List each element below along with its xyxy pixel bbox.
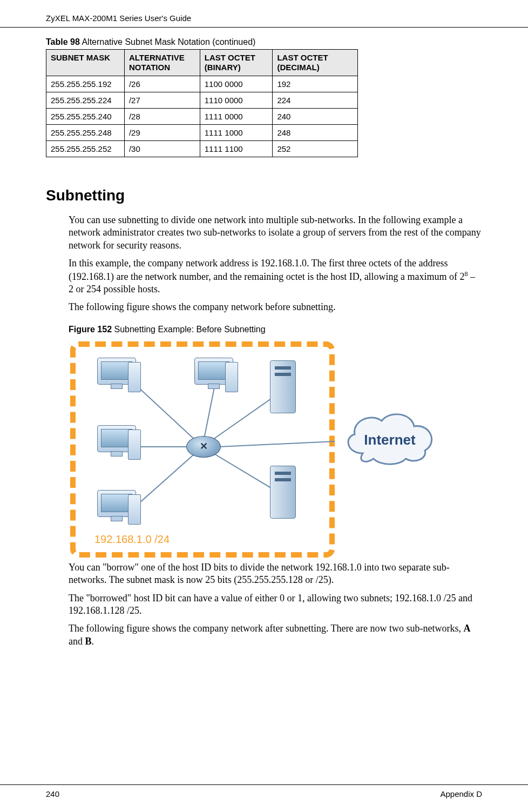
cell: 1100 0000 bbox=[200, 76, 273, 92]
server-icon bbox=[270, 360, 296, 413]
cell: /27 bbox=[124, 92, 200, 109]
table-title: Alternative Subnet Mask Notation (contin… bbox=[80, 37, 256, 46]
table-row: 255.255.255.248 /29 1111 1000 248 bbox=[46, 125, 358, 141]
cell: /29 bbox=[124, 125, 200, 141]
computer-icon bbox=[94, 425, 143, 467]
cell: /28 bbox=[124, 109, 200, 125]
page-number: 240 bbox=[46, 789, 59, 798]
page-footer: 240 Appendix D bbox=[0, 784, 528, 798]
page-content: Table 98 Alternative Subnet Mask Notatio… bbox=[0, 28, 528, 648]
cell: 255.255.255.240 bbox=[46, 109, 125, 125]
cell: /30 bbox=[124, 141, 200, 157]
figure-title: Subnetting Example: Before Subnetting bbox=[112, 325, 266, 334]
cell: 248 bbox=[273, 125, 358, 141]
figure-number: Figure 152 bbox=[69, 325, 112, 334]
table-row: 255.255.255.224 /27 1110 0000 224 bbox=[46, 92, 358, 109]
text: In this example, the company network add… bbox=[69, 258, 465, 281]
server-icon bbox=[270, 466, 296, 519]
cell: 255.255.255.224 bbox=[46, 92, 125, 109]
table-body: 255.255.255.192 /26 1100 0000 192 255.25… bbox=[46, 76, 358, 157]
text: . bbox=[92, 636, 94, 647]
subnet-mask-table: SUBNET MASK ALTERNATIVE NOTATION LAST OC… bbox=[46, 49, 358, 157]
bold-text: A bbox=[464, 623, 471, 634]
network-box: 192.168.1.0 /24 bbox=[70, 341, 335, 558]
cloud-label: Internet bbox=[364, 432, 415, 448]
text: The following figure shows the company n… bbox=[69, 623, 464, 634]
computer-icon bbox=[94, 490, 143, 532]
computer-icon bbox=[94, 358, 143, 400]
cell: 255.255.255.248 bbox=[46, 125, 125, 141]
cell: 1111 0000 bbox=[200, 109, 273, 125]
text: and bbox=[69, 636, 85, 647]
computer-icon bbox=[192, 358, 240, 400]
cell: 192 bbox=[273, 76, 358, 92]
cell: 1111 1100 bbox=[200, 141, 273, 157]
section-heading: Subnetting bbox=[46, 187, 482, 204]
th-subnet-mask: SUBNET MASK bbox=[46, 50, 125, 76]
cell: 1111 1000 bbox=[200, 125, 273, 141]
internet-cloud: Internet bbox=[336, 405, 444, 486]
network-address-label: 192.168.1.0 /24 bbox=[94, 533, 170, 546]
th-last-octet-dec: LAST OCTET (DECIMAL) bbox=[273, 50, 358, 76]
cell: 255.255.255.192 bbox=[46, 76, 125, 92]
cell: /26 bbox=[124, 76, 200, 92]
table-caption: Table 98 Alternative Subnet Mask Notatio… bbox=[46, 37, 482, 47]
table-number: Table 98 bbox=[46, 37, 80, 46]
table-header-row: SUBNET MASK ALTERNATIVE NOTATION LAST OC… bbox=[46, 50, 358, 76]
cell: 252 bbox=[273, 141, 358, 157]
paragraph: The following figure shows the company n… bbox=[69, 622, 482, 648]
paragraph: You can "borrow" one of the host ID bits… bbox=[69, 561, 482, 587]
network-diagram: 192.168.1.0 /24 Internet bbox=[69, 340, 446, 561]
bold-text: B bbox=[85, 636, 92, 647]
paragraph: The "borrowed" host ID bit can have a va… bbox=[69, 592, 482, 618]
page-header: ZyXEL MAX-200M1 Series User's Guide bbox=[0, 0, 528, 28]
paragraph: In this example, the company network add… bbox=[69, 257, 482, 296]
cell: 255.255.255.252 bbox=[46, 141, 125, 157]
paragraph: The following figure shows the company n… bbox=[69, 301, 482, 313]
cell: 1110 0000 bbox=[200, 92, 273, 109]
th-alt-notation: ALTERNATIVE NOTATION bbox=[124, 50, 200, 76]
paragraph: You can use subnetting to divide one net… bbox=[69, 214, 482, 252]
cell: 224 bbox=[273, 92, 358, 109]
appendix-label: Appendix D bbox=[440, 789, 482, 798]
th-last-octet-bin: LAST OCTET (BINARY) bbox=[200, 50, 273, 76]
svg-line-6 bbox=[219, 439, 335, 447]
cell: 240 bbox=[273, 109, 358, 125]
figure-caption: Figure 152 Subnetting Example: Before Su… bbox=[69, 325, 482, 334]
table-row: 255.255.255.252 /30 1111 1100 252 bbox=[46, 141, 358, 157]
table-row: 255.255.255.192 /26 1100 0000 192 bbox=[46, 76, 358, 92]
table-row: 255.255.255.240 /28 1111 0000 240 bbox=[46, 109, 358, 125]
header-title: ZyXEL MAX-200M1 Series User's Guide bbox=[46, 14, 191, 23]
router-icon bbox=[186, 436, 221, 458]
